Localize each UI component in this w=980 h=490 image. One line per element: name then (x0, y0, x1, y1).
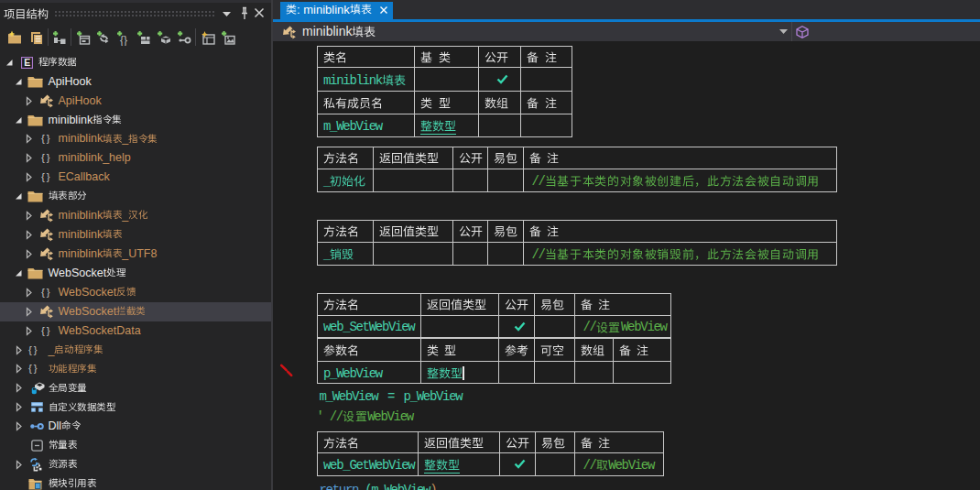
svg-text:{}: {} (120, 34, 127, 47)
svg-text:E: E (24, 57, 30, 68)
